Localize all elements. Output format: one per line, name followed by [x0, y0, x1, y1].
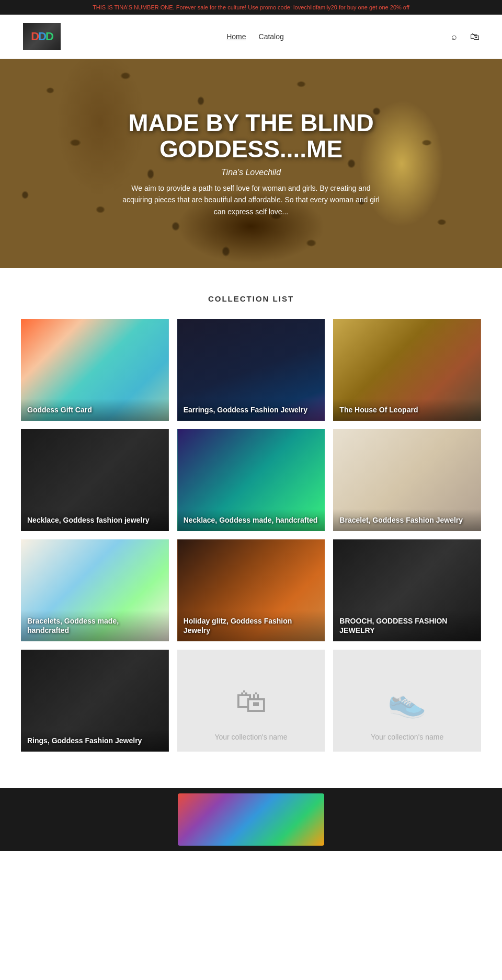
nav-home[interactable]: Home: [226, 32, 246, 41]
placeholder-label-2: Your collection's name: [333, 733, 481, 741]
hero-description: We aim to provide a path to self love fo…: [120, 182, 382, 217]
cart-icon[interactable]: 🛍: [469, 30, 481, 43]
footer-preview: [0, 788, 502, 851]
card-label-earrings: Earrings, Goddess Fashion Jewelry: [177, 399, 325, 421]
collection-card-leopard[interactable]: The House Of Leopard: [333, 319, 481, 421]
search-icon[interactable]: ⌕: [448, 30, 460, 43]
announcement-bar: THIS IS TINA'S NUMBER ONE. Forever sale …: [0, 0, 502, 15]
collection-card-placeholder1[interactable]: 🛍 Your collection's name: [177, 650, 325, 752]
footer-image: [178, 793, 324, 846]
collection-card-necklace1[interactable]: Necklace, Goddess fashion jewelry: [21, 429, 169, 531]
collection-card-bracelets2[interactable]: Bracelets, Goddess made, handcrafted: [21, 539, 169, 641]
collection-card-placeholder2[interactable]: 👟 Your collection's name: [333, 650, 481, 752]
hero-section: MADE BY THE BLIND GODDESS....ME Tina's L…: [0, 59, 502, 268]
collection-card-rings[interactable]: Rings, Goddess Fashion Jewelry: [21, 650, 169, 752]
header-icons: ⌕ 🛍: [448, 30, 481, 43]
card-label-holiday: Holiday glitz, Goddess Fashion Jewelry: [177, 610, 325, 641]
collection-card-brooch[interactable]: BROOCH, GODDESS FASHION JEWELRY: [333, 539, 481, 641]
collection-card-necklace2[interactable]: Necklace, Goddess made, handcrafted: [177, 429, 325, 531]
card-label-leopard: The House Of Leopard: [333, 399, 481, 421]
card-label-gift: Goddess Gift Card: [21, 399, 169, 421]
card-label-necklace1: Necklace, Goddess fashion jewelry: [21, 509, 169, 531]
card-label-bracelet1: Bracelet, Goddess Fashion Jewelry: [333, 509, 481, 531]
collection-card-earrings[interactable]: Earrings, Goddess Fashion Jewelry: [177, 319, 325, 421]
nav-catalog[interactable]: Catalog: [259, 32, 284, 41]
collection-section: COLLECTION LIST Goddess Gift Card Earrin…: [0, 268, 502, 767]
hero-title: MADE BY THE BLIND GODDESS....ME: [78, 110, 424, 163]
header: DDD Home Catalog ⌕ 🛍: [0, 15, 502, 59]
placeholder-label-1: Your collection's name: [177, 733, 325, 741]
collection-card-bracelet1[interactable]: Bracelet, Goddess Fashion Jewelry: [333, 429, 481, 531]
collection-card-holiday[interactable]: Holiday glitz, Goddess Fashion Jewelry: [177, 539, 325, 641]
announcement-text: THIS IS TINA'S NUMBER ONE. Forever sale …: [93, 4, 409, 10]
card-label-necklace2: Necklace, Goddess made, handcrafted: [177, 509, 325, 531]
collection-card-gift-card[interactable]: Goddess Gift Card: [21, 319, 169, 421]
card-label-brooch: BROOCH, GODDESS FASHION JEWELRY: [333, 610, 481, 641]
placeholder-shoe-icon: 👟: [387, 682, 427, 719]
placeholder-bag-icon: 🛍: [235, 683, 267, 719]
collection-grid: Goddess Gift Card Earrings, Goddess Fash…: [21, 319, 481, 752]
card-label-rings: Rings, Goddess Fashion Jewelry: [21, 730, 169, 752]
collection-title: COLLECTION LIST: [21, 294, 481, 303]
main-nav: Home Catalog: [226, 32, 284, 41]
hero-content: MADE BY THE BLIND GODDESS....ME Tina's L…: [68, 99, 434, 228]
hero-subtitle: Tina's Lovechild: [78, 168, 424, 177]
logo[interactable]: DDD: [21, 21, 63, 52]
card-label-bracelets2: Bracelets, Goddess made, handcrafted: [21, 610, 169, 641]
